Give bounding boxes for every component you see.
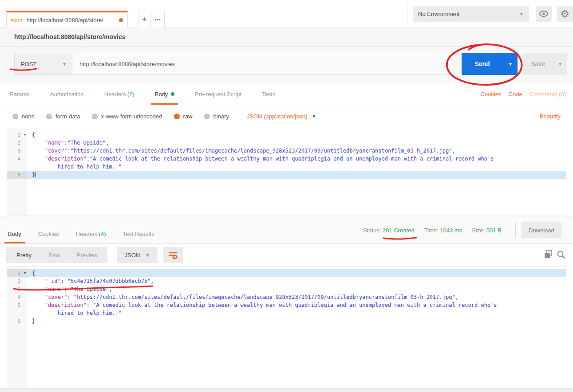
line-number bbox=[7, 309, 27, 317]
content-type-selector[interactable]: JSON (application/json) ▼ bbox=[247, 113, 316, 120]
download-button[interactable]: Download bbox=[522, 222, 561, 238]
radio-icon bbox=[12, 114, 18, 119]
request-tabs-bar: ParamsAuthorizationHeaders (2)BodyPre-re… bbox=[0, 83, 573, 105]
fold-caret-icon[interactable]: ▾ bbox=[24, 269, 26, 277]
editor-line[interactable]: 1▾{ bbox=[7, 131, 566, 139]
chevron-down-icon: ▼ bbox=[145, 253, 150, 258]
radio-icon bbox=[204, 114, 210, 119]
link-comments-0[interactable]: Comments (0) bbox=[530, 91, 566, 98]
environment-selector[interactable]: No Environment ▼ bbox=[413, 6, 529, 22]
search-response-button[interactable] bbox=[556, 250, 566, 259]
response-format-selector[interactable]: JSON ▼ bbox=[117, 247, 158, 263]
request-links: CookiesCodeComments (0) bbox=[481, 83, 566, 105]
text-cursor bbox=[36, 172, 36, 177]
response-tab-label: Headers bbox=[76, 231, 98, 237]
editor-line[interactable]: 2 "_id": "5c4e715fa74c07dbbb6ecb7b", bbox=[7, 277, 566, 285]
request-editor-lines: 1▾{2 "name":"The Upside",3 "cover":"http… bbox=[7, 128, 566, 179]
body-mode-form-data[interactable]: form-data bbox=[46, 113, 80, 120]
editor-line[interactable]: 5} bbox=[7, 171, 566, 179]
editor-line[interactable]: 4 "description":"A comedic look at the r… bbox=[7, 155, 566, 163]
link-code[interactable]: Code bbox=[509, 91, 522, 98]
save-button[interactable]: Save ▼ bbox=[523, 53, 567, 75]
body-mode-label: none bbox=[22, 113, 35, 120]
request-tab-headers[interactable]: Headers (2) bbox=[103, 83, 135, 105]
green-dot-icon bbox=[171, 92, 174, 96]
request-url-input[interactable] bbox=[73, 53, 454, 75]
request-tab-label: Pre-request Script bbox=[195, 91, 241, 98]
settings-button[interactable]: ⚙ bbox=[557, 6, 573, 22]
request-tab-body[interactable]: Body bbox=[154, 83, 176, 105]
request-tab-authorization[interactable]: Authorization bbox=[49, 83, 85, 105]
response-tabs: BodyCookiesHeaders (4)Test Results bbox=[7, 224, 170, 243]
request-tab[interactable]: POST http://localhost:8080/api/store/ bbox=[6, 11, 128, 28]
body-mode-label: form-data bbox=[55, 113, 80, 120]
editor-line[interactable]: 1▾{ bbox=[7, 269, 566, 277]
http-method-selector[interactable]: POST ▼ bbox=[14, 53, 73, 75]
response-tab-body[interactable]: Body bbox=[7, 224, 22, 243]
line-number: 3 bbox=[7, 147, 27, 155]
code-text: { bbox=[27, 269, 566, 277]
tab-strip: POST http://localhost:8080/api/store/ + … bbox=[0, 0, 573, 27]
save-button-label[interactable]: Save bbox=[523, 53, 553, 75]
view-mode-preview[interactable]: Preview bbox=[68, 252, 106, 259]
wrap-lines-button[interactable] bbox=[163, 247, 183, 263]
time-value: 1043 ms bbox=[440, 227, 462, 234]
code-text: "cover":"https://cdn1.thr.com/sites/defa… bbox=[27, 147, 566, 155]
fold-caret-icon[interactable]: ▾ bbox=[24, 131, 26, 139]
code-text: "description":"A comedic look at the rel… bbox=[27, 155, 566, 163]
request-tab-pre-request-script[interactable]: Pre-request Script bbox=[194, 83, 242, 105]
body-mode-raw[interactable]: raw bbox=[174, 113, 193, 120]
request-title: http://localhost:8080/api/store/movies bbox=[14, 33, 126, 40]
send-options-caret[interactable]: ▼ bbox=[503, 53, 518, 75]
editor-line[interactable]: 4 "cover": "https://cdn1.thr.com/sites/d… bbox=[7, 293, 566, 301]
meta-divider bbox=[515, 223, 516, 238]
request-body-editor[interactable]: 1▾{2 "name":"The Upside",3 "cover":"http… bbox=[7, 128, 566, 216]
editor-line[interactable]: hired to help him. " bbox=[7, 309, 566, 317]
code-text: hired to help him. " bbox=[27, 309, 566, 317]
request-tabs: ParamsAuthorizationHeaders (2)BodyPre-re… bbox=[9, 83, 295, 105]
editor-line[interactable]: hired to help him. " bbox=[7, 163, 566, 171]
body-mode-label: raw bbox=[183, 113, 193, 120]
send-button-label[interactable]: Send bbox=[462, 53, 503, 75]
size-value: 501 B bbox=[486, 227, 502, 234]
status-pair: Status: 201 Created bbox=[363, 227, 415, 234]
new-tab-button[interactable]: + bbox=[138, 11, 150, 28]
response-tab-cookies[interactable]: Cookies bbox=[37, 224, 60, 243]
request-tab-label: Tests bbox=[262, 91, 275, 98]
editor-line[interactable]: 5 "description": "A comedic look at the … bbox=[7, 301, 566, 309]
response-view-switcher: PrettyRawPreview bbox=[6, 247, 107, 263]
tab-count-badge: (2) bbox=[127, 91, 134, 98]
view-mode-pretty[interactable]: Pretty bbox=[8, 252, 40, 259]
editor-line[interactable]: 3 "name": "The Upside", bbox=[7, 285, 566, 293]
send-button[interactable]: Send ▼ bbox=[462, 53, 518, 75]
editor-line[interactable]: 2 "name":"The Upside", bbox=[7, 139, 566, 147]
response-status-group: Status: 201 Created Time: 1043 ms Size: … bbox=[363, 216, 502, 244]
time-label: Time: bbox=[424, 227, 439, 234]
tab-url-label: http://localhost:8080/api/store/ bbox=[27, 17, 116, 24]
code-text: } bbox=[27, 171, 566, 179]
link-cookies[interactable]: Cookies bbox=[481, 91, 502, 98]
body-mode-binary[interactable]: binary bbox=[204, 113, 229, 120]
request-tab-tests[interactable]: Tests bbox=[261, 83, 276, 105]
postman-app: POST http://localhost:8080/api/store/ + … bbox=[0, 0, 573, 392]
view-mode-raw[interactable]: Raw bbox=[40, 252, 68, 259]
code-text: { bbox=[27, 131, 566, 139]
beautify-link[interactable]: Beautify bbox=[540, 113, 561, 120]
editor-line[interactable]: 3 "cover":"https://cdn1.thr.com/sites/de… bbox=[7, 147, 566, 155]
body-mode-x-www-form-urlencoded[interactable]: x-www-form-urlencoded bbox=[92, 113, 162, 120]
copy-response-button[interactable] bbox=[544, 250, 553, 259]
response-tab-test-results[interactable]: Test Results bbox=[122, 224, 155, 243]
body-mode-none[interactable]: none bbox=[12, 113, 35, 120]
http-method-label: POST bbox=[21, 61, 36, 67]
size-label: Size: bbox=[472, 227, 485, 234]
response-format-label: JSON bbox=[125, 252, 140, 259]
editor-line[interactable]: 6} bbox=[7, 317, 566, 325]
request-tab-params[interactable]: Params bbox=[9, 83, 31, 105]
body-mode-options: noneform-datax-www-form-urlencodedrawbin… bbox=[12, 113, 241, 120]
response-tab-headers[interactable]: Headers (4) bbox=[75, 224, 107, 243]
response-editor-lines: 1▾{2 "_id": "5c4e715fa74c07dbbb6ecb7b",3… bbox=[7, 267, 566, 325]
tab-overflow-button[interactable]: ••• bbox=[151, 11, 165, 28]
response-body-editor[interactable]: 1▾{2 "_id": "5c4e715fa74c07dbbb6ecb7b",3… bbox=[7, 266, 566, 388]
save-options-caret[interactable]: ▼ bbox=[553, 53, 567, 75]
environment-quick-look-button[interactable] bbox=[536, 6, 552, 22]
